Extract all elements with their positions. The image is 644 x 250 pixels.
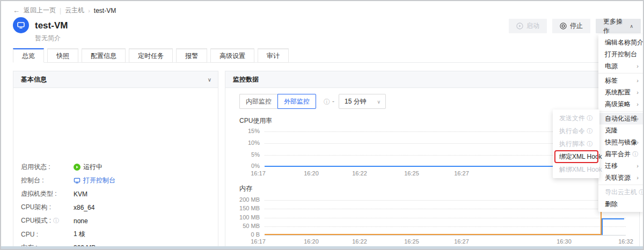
- menu-item-tags[interactable]: 标签 ›: [598, 75, 643, 86]
- submenu-item-unbind-xml-hook[interactable]: 解绑XML Hook: [553, 163, 599, 176]
- menu-item-delete[interactable]: 删除: [598, 198, 643, 210]
- x-tick: 16:25: [404, 238, 419, 245]
- tab-snapshot[interactable]: 快照: [47, 48, 78, 63]
- tab-config-info[interactable]: 配置信息: [82, 48, 126, 63]
- stop-circle-icon: [560, 23, 567, 30]
- tab-alarm[interactable]: 报警: [176, 48, 207, 63]
- y-tick: 50 MB: [225, 223, 260, 229]
- tab-audit[interactable]: 审计: [258, 48, 289, 63]
- menu-item-migrate[interactable]: 迁移 ›: [598, 160, 643, 172]
- memory-blue-line: [602, 218, 624, 219]
- dash-separator: -: [332, 98, 334, 105]
- breadcrumb-section[interactable]: 云主机: [65, 6, 84, 15]
- x-tick: 16:17: [251, 238, 266, 245]
- back-arrow-icon[interactable]: ←: [13, 6, 20, 14]
- tab-overview[interactable]: 总览: [13, 48, 44, 63]
- chevron-right-icon: ›: [636, 86, 639, 98]
- play-circle-icon: [516, 23, 523, 30]
- open-console-link[interactable]: 打开控制台: [74, 176, 115, 185]
- page-subtitle: 暂无简介: [35, 34, 61, 43]
- menu-item-open-console[interactable]: 打开控制台: [598, 48, 643, 60]
- submenu-item-exec-script[interactable]: 执行脚本 ⓘ: [553, 137, 599, 150]
- chevron-up-icon: ∧: [630, 24, 633, 29]
- chevron-down-icon: ∨: [377, 95, 380, 109]
- x-tick: 16:17: [251, 170, 266, 177]
- menu-item-advanced-policy[interactable]: 高级策略 ›: [598, 98, 643, 110]
- monitor-icon: [17, 21, 25, 30]
- x-tick: 16:30: [557, 238, 572, 245]
- collapse-chevron-icon[interactable]: ∨: [208, 71, 211, 88]
- info-icon: ⓘ: [587, 115, 592, 121]
- page-title: test-VM: [35, 20, 68, 31]
- chevron-right-icon: ›: [636, 113, 639, 124]
- menu-separator: [598, 185, 643, 185]
- menu-item-related-resources[interactable]: 关联资源 ›: [598, 172, 643, 183]
- info-icon[interactable]: ⓘ: [53, 217, 59, 225]
- submenu-item-bind-xml-hook[interactable]: 绑定XML Hook: [553, 150, 599, 163]
- chevron-right-icon: ›: [636, 172, 639, 183]
- menu-item-export-vm[interactable]: 导出云主机 ⓘ: [598, 186, 643, 198]
- info-icon: ⓘ: [587, 141, 592, 147]
- menu-item-edit-name[interactable]: 编辑名称简介: [598, 36, 643, 48]
- chevron-right-icon: ›: [636, 98, 639, 110]
- y-tick: 0%: [225, 163, 260, 169]
- y-tick: 150 MB: [225, 205, 260, 211]
- submenu-item-send-file[interactable]: 发送文件 ⓘ: [553, 112, 599, 124]
- basic-info-panel: 基本信息 ∨ 启用状态 : 运行中 控制台 : 打开控制台 虚拟机类型 :: [13, 71, 218, 246]
- y-tick: 100 MB: [225, 214, 260, 220]
- running-status-icon: [74, 164, 80, 171]
- menu-item-power[interactable]: 电源 ›: [598, 60, 643, 72]
- menu-item-snapshot-image[interactable]: 快照与镜像 ›: [598, 136, 643, 148]
- menu-item-flatten-merge[interactable]: 扁平合并 ⓘ: [598, 148, 643, 160]
- bottom-scrollbar[interactable]: [1, 246, 643, 249]
- x-tick: 16:27: [454, 238, 469, 245]
- internal-monitor-button[interactable]: 内部监控: [239, 94, 277, 109]
- info-row-cpu: CPU : 1 核: [21, 227, 213, 241]
- stop-button[interactable]: 停止: [552, 19, 590, 33]
- memory-chart-title: 内存: [239, 184, 252, 193]
- tab-bar: 总览 快照 配置信息 定时任务 报警 高级设置 审计: [13, 48, 642, 63]
- breadcrumb-arrow-icon: ›: [88, 8, 90, 14]
- vm-detail-page: ← 返回上一页 | 云主机 › test-VM test-VM 暂无简介 启动 …: [0, 0, 644, 250]
- gridline: [265, 226, 626, 227]
- gridline: [265, 218, 626, 218]
- back-link[interactable]: 返回上一页: [24, 6, 56, 15]
- breadcrumb-current: test-VM: [94, 7, 116, 14]
- tab-advanced-settings[interactable]: 高级设置: [210, 48, 254, 63]
- more-actions-button[interactable]: 更多操作 ∧: [596, 19, 641, 33]
- menu-separator: [598, 73, 643, 73]
- y-tick: 5%: [225, 151, 260, 158]
- y-tick: 0 B: [225, 231, 260, 238]
- breadcrumb-divider: |: [60, 7, 61, 14]
- info-row-cpu-mode: CPU模式 : ⓘ none: [21, 214, 213, 227]
- automation-submenu: 发送文件 ⓘ 执行命令 ⓘ 执行脚本 ⓘ 绑定XML Hook 解绑XML Ho…: [553, 109, 599, 178]
- time-range-select[interactable]: 15 分钟 ∨: [339, 94, 386, 109]
- action-bar: 启动 停止 更多操作 ∧: [509, 19, 641, 33]
- chevron-right-icon: ›: [636, 60, 639, 72]
- menu-item-clone[interactable]: 克隆: [598, 124, 643, 136]
- chevron-right-icon: ›: [636, 160, 639, 172]
- gridline: [265, 209, 626, 209]
- info-icon[interactable]: ⓘ: [324, 98, 330, 107]
- chevron-right-icon: ›: [636, 136, 639, 148]
- console-icon: [74, 177, 80, 184]
- external-monitor-button[interactable]: 外部监控: [277, 94, 316, 109]
- gridline: [265, 200, 626, 201]
- x-tick: 16:32: [618, 238, 633, 245]
- x-tick: 16:25: [404, 170, 419, 177]
- monitor-source-toggle: 内部监控 外部监控: [239, 94, 316, 109]
- cpu-chart-title: CPU使用率: [239, 116, 272, 126]
- info-icon: ⓘ: [587, 128, 592, 134]
- more-actions-menu: 编辑名称简介 打开控制台 电源 › 标签 › 系统配置 › 高级策略 › 自动化…: [598, 34, 643, 212]
- info-row-console: 控制台 : 打开控制台: [21, 174, 213, 187]
- x-tick: 16:20: [304, 238, 319, 245]
- basic-info-header: 基本信息 ∨: [13, 71, 218, 88]
- tab-scheduled-tasks[interactable]: 定时任务: [129, 48, 173, 63]
- y-tick: 10%: [225, 139, 260, 146]
- menu-item-system-config[interactable]: 系统配置 ›: [598, 86, 643, 98]
- info-row-vm-type: 虚拟机类型 : KVM: [21, 187, 213, 201]
- menu-item-automation[interactable]: 自动化运维 ›: [598, 113, 643, 124]
- submenu-item-exec-command[interactable]: 执行命令 ⓘ: [553, 124, 599, 137]
- vm-avatar: [13, 17, 29, 33]
- start-button[interactable]: 启动: [509, 19, 547, 33]
